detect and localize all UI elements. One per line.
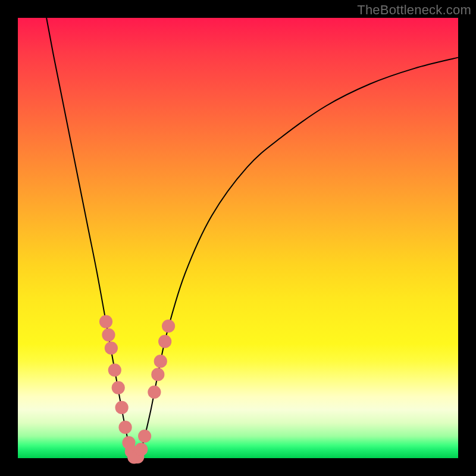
data-marker	[134, 443, 148, 456]
data-marker	[151, 368, 164, 381]
data-marker	[102, 328, 115, 342]
chart-svg	[18, 18, 458, 458]
chart-frame: TheBottleneck.com	[0, 0, 476, 476]
data-marker	[108, 364, 121, 377]
bottleneck-curve-right	[134, 58, 458, 458]
data-marker	[118, 421, 131, 434]
chart-plot-area	[18, 18, 458, 458]
data-markers	[99, 315, 175, 464]
data-marker	[99, 315, 112, 328]
watermark-text: TheBottleneck.com	[357, 2, 471, 18]
data-marker	[162, 320, 175, 333]
data-marker	[105, 342, 118, 355]
data-marker	[154, 355, 167, 368]
data-marker	[158, 335, 171, 348]
data-marker	[115, 401, 129, 414]
data-marker	[148, 386, 161, 399]
data-marker	[112, 381, 125, 394]
data-marker	[138, 430, 151, 443]
